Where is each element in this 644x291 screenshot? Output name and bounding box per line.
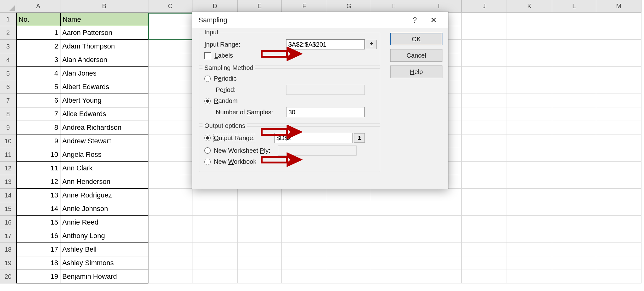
cell-I20[interactable]: [416, 270, 462, 283]
cell-A6[interactable]: 5: [16, 80, 60, 94]
col-header-E[interactable]: E: [238, 0, 282, 13]
cell-B15[interactable]: Annie Johnson: [60, 202, 148, 216]
row-header[interactable]: 7: [0, 94, 16, 107]
dialog-close-button[interactable]: ✕: [424, 12, 443, 28]
cell-K3[interactable]: [507, 40, 552, 53]
cell-J18[interactable]: [462, 243, 507, 256]
cell-E18[interactable]: [238, 243, 282, 256]
cell-K18[interactable]: [507, 243, 552, 256]
new-workbook-radio[interactable]: New Workbook: [204, 158, 256, 165]
cell-F17[interactable]: [282, 229, 327, 243]
cell-M14[interactable]: [596, 189, 641, 202]
ok-button[interactable]: OK: [390, 33, 442, 45]
col-header-G[interactable]: G: [327, 0, 371, 13]
cell-K15[interactable]: [507, 202, 552, 216]
row-header[interactable]: 8: [0, 107, 16, 121]
row-header[interactable]: 6: [0, 80, 16, 94]
cell-A16[interactable]: 15: [16, 216, 60, 229]
cell-A20[interactable]: 19: [16, 270, 60, 283]
cell-B19[interactable]: Ashley Simmons: [60, 256, 148, 270]
cell-H16[interactable]: [371, 216, 416, 229]
cell-B7[interactable]: Albert Young: [60, 94, 148, 107]
cell-F18[interactable]: [282, 243, 327, 256]
select-all-corner[interactable]: [0, 0, 16, 13]
num-samples-field[interactable]: [286, 107, 365, 117]
cell-L8[interactable]: [552, 107, 596, 121]
cell-A18[interactable]: 17: [16, 243, 60, 256]
output-range-picker-button[interactable]: [354, 133, 365, 143]
cell-L15[interactable]: [552, 202, 596, 216]
cell-C9[interactable]: [148, 121, 192, 134]
cell-C1[interactable]: [148, 13, 192, 26]
help-button[interactable]: Help: [390, 66, 442, 78]
cell-K7[interactable]: [507, 94, 552, 107]
cell-C12[interactable]: [148, 162, 192, 175]
cell-C5[interactable]: [148, 67, 192, 80]
cell-D19[interactable]: [192, 256, 238, 270]
cell-A15[interactable]: 14: [16, 202, 60, 216]
cell-L7[interactable]: [552, 94, 596, 107]
cell-A5[interactable]: 4: [16, 67, 60, 80]
cell-C17[interactable]: [148, 229, 192, 243]
cell-B14[interactable]: Anne Rodriguez: [60, 189, 148, 202]
cell-C7[interactable]: [148, 94, 192, 107]
cell-E20[interactable]: [238, 270, 282, 283]
cell-K16[interactable]: [507, 216, 552, 229]
cell-G18[interactable]: [327, 243, 371, 256]
cell-C16[interactable]: [148, 216, 192, 229]
col-header-L[interactable]: L: [552, 0, 596, 13]
cell-D16[interactable]: [192, 216, 238, 229]
cell-D20[interactable]: [192, 270, 238, 283]
cell-B9[interactable]: Andrea Richardson: [60, 121, 148, 134]
cell-J13[interactable]: [462, 175, 507, 189]
cell-B8[interactable]: Alice Edwards: [60, 107, 148, 121]
cell-M12[interactable]: [596, 162, 641, 175]
col-header-H[interactable]: H: [371, 0, 416, 13]
col-header-K[interactable]: K: [507, 0, 552, 13]
cell-K10[interactable]: [507, 134, 552, 148]
cell-I18[interactable]: [416, 243, 462, 256]
cell-A2[interactable]: 1: [16, 26, 60, 40]
cell-G16[interactable]: [327, 216, 371, 229]
cell-B16[interactable]: Annie Reed: [60, 216, 148, 229]
cell-E17[interactable]: [238, 229, 282, 243]
cell-H18[interactable]: [371, 243, 416, 256]
cell-L13[interactable]: [552, 175, 596, 189]
cell-C11[interactable]: [148, 148, 192, 162]
cell-J7[interactable]: [462, 94, 507, 107]
row-header[interactable]: 20: [0, 270, 16, 283]
cell-M10[interactable]: [596, 134, 641, 148]
row-header[interactable]: 16: [0, 216, 16, 229]
cell-J11[interactable]: [462, 148, 507, 162]
cell-A4[interactable]: 3: [16, 53, 60, 67]
cell-M11[interactable]: [596, 148, 641, 162]
cell-E16[interactable]: [238, 216, 282, 229]
col-header-A[interactable]: A: [16, 0, 60, 13]
cell-F15[interactable]: [282, 202, 327, 216]
cell-J6[interactable]: [462, 80, 507, 94]
cell-M15[interactable]: [596, 202, 641, 216]
cell-A1[interactable]: No.: [16, 13, 60, 26]
cell-L20[interactable]: [552, 270, 596, 283]
cell-B4[interactable]: Alan Anderson: [60, 53, 148, 67]
cell-A19[interactable]: 18: [16, 256, 60, 270]
cell-J5[interactable]: [462, 67, 507, 80]
cell-E19[interactable]: [238, 256, 282, 270]
cell-M6[interactable]: [596, 80, 641, 94]
cell-M13[interactable]: [596, 175, 641, 189]
cell-J16[interactable]: [462, 216, 507, 229]
cell-M9[interactable]: [596, 121, 641, 134]
cell-M8[interactable]: [596, 107, 641, 121]
cell-E15[interactable]: [238, 202, 282, 216]
cell-H14[interactable]: [371, 189, 416, 202]
cell-L4[interactable]: [552, 53, 596, 67]
cell-C2[interactable]: [148, 26, 192, 40]
cell-L9[interactable]: [552, 121, 596, 134]
cell-J17[interactable]: [462, 229, 507, 243]
cell-A14[interactable]: 13: [16, 189, 60, 202]
row-header[interactable]: 13: [0, 175, 16, 189]
cell-H19[interactable]: [371, 256, 416, 270]
cell-L10[interactable]: [552, 134, 596, 148]
cell-I17[interactable]: [416, 229, 462, 243]
row-header[interactable]: 14: [0, 189, 16, 202]
